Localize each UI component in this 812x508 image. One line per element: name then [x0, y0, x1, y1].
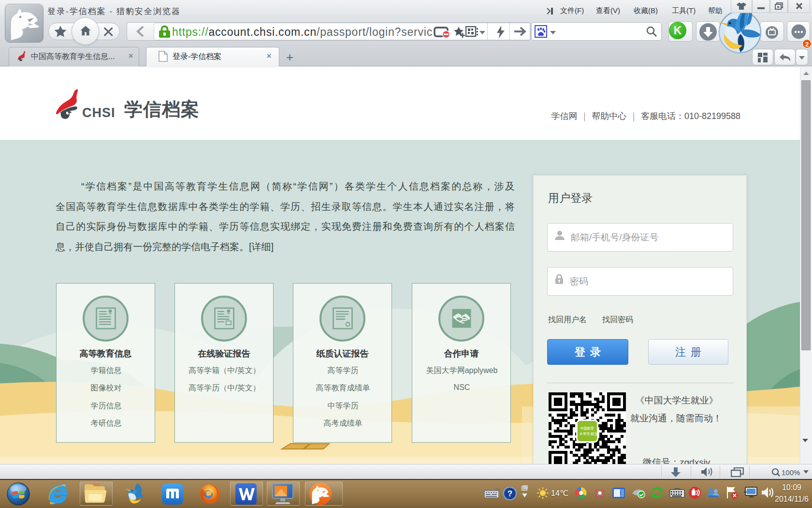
svg-text:大学生就业: 大学生就业: [579, 432, 598, 436]
svg-text:?: ?: [508, 489, 512, 498]
svg-text:中国教育: 中国教育: [580, 426, 594, 431]
